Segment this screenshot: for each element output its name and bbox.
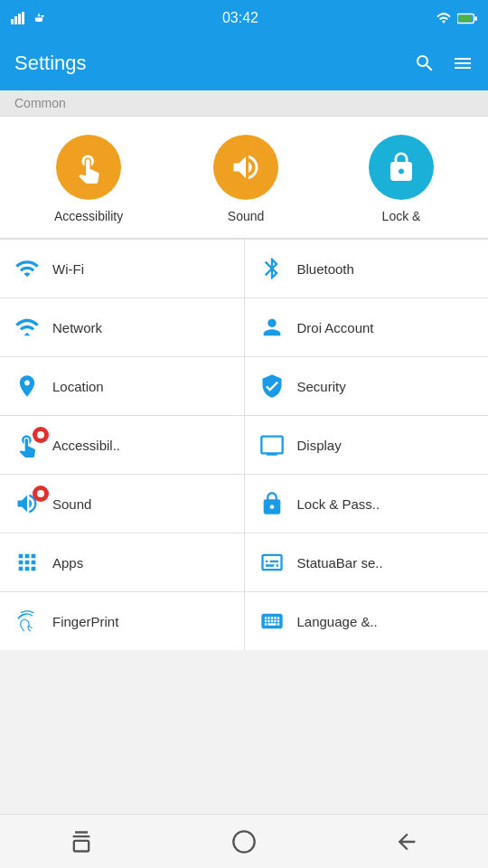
language-label: Language &..: [297, 614, 378, 629]
svg-rect-0: [11, 19, 14, 24]
display-label: Display: [297, 438, 342, 453]
settings-grid: Wi-Fi Bluetooth Network Droi Account Loc…: [0, 239, 488, 650]
badge-icon: [36, 430, 45, 439]
grid-item-location[interactable]: Location: [0, 357, 244, 415]
home-icon: [231, 829, 257, 854]
network-icon: [14, 315, 40, 340]
display-icon: [259, 432, 285, 458]
menu-icon[interactable]: [452, 52, 474, 74]
apps-icon: [14, 550, 40, 575]
svg-rect-6: [474, 16, 477, 21]
wifi-label: Wi-Fi: [52, 261, 84, 277]
statusbar-icon: [259, 550, 285, 575]
wifi-icon: [14, 256, 40, 281]
featured-sound[interactable]: Sound: [213, 135, 278, 223]
top-bar-icons: [414, 52, 474, 74]
keyboard-icon: [259, 609, 285, 634]
lock-circle: [369, 135, 434, 200]
svg-rect-5: [458, 14, 472, 21]
fingerprint-icon: [14, 609, 40, 634]
svg-rect-1: [14, 16, 17, 24]
bluetooth-label: Bluetooth: [297, 261, 354, 277]
featured-accessibility[interactable]: Accessibility: [54, 135, 123, 223]
nav-home[interactable]: [217, 815, 271, 869]
statusbar-label: StatuaBar se..: [297, 555, 383, 571]
featured-lock[interactable]: Lock &: [369, 135, 434, 223]
accessibility-circle: [56, 135, 121, 200]
search-icon[interactable]: [414, 52, 436, 74]
wifi-status-icon: [436, 12, 452, 24]
grid-item-bluetooth[interactable]: Bluetooth: [245, 240, 489, 297]
svg-point-9: [233, 831, 254, 852]
battery-icon: [457, 13, 477, 24]
status-bar: 03:42: [0, 0, 488, 36]
hand-icon: [72, 151, 105, 184]
accessibility-badge: [33, 427, 49, 443]
grid-item-apps[interactable]: Apps: [0, 533, 244, 591]
sound2-label: Sound: [52, 496, 91, 512]
usb-icon: [33, 12, 45, 24]
grid-item-language[interactable]: Language &..: [245, 592, 489, 650]
signal-icon: [11, 12, 27, 24]
grid-item-droi-account[interactable]: Droi Account: [245, 298, 489, 356]
grid-item-sound2[interactable]: Sound: [0, 475, 244, 533]
bluetooth-icon: [259, 256, 285, 281]
status-right-icons: [436, 12, 477, 24]
status-left-icons: [11, 12, 45, 24]
status-time: 03:42: [222, 10, 258, 26]
svg-point-8: [37, 490, 44, 497]
bottom-nav: [0, 814, 488, 868]
grid-item-security[interactable]: Security: [245, 357, 489, 415]
recent-icon: [69, 829, 94, 854]
apps-label: Apps: [52, 555, 83, 571]
featured-row: Accessibility Sound Lock &: [0, 117, 488, 239]
security-icon: [259, 373, 285, 399]
lock2-icon: [259, 491, 285, 516]
page-title: Settings: [14, 52, 87, 75]
lock-icon: [385, 151, 418, 184]
section-label: Common: [0, 90, 488, 117]
nav-recent[interactable]: [54, 815, 108, 869]
grid-item-accessibility2[interactable]: Accessibil..: [0, 416, 244, 474]
security-label: Security: [297, 379, 346, 394]
fingerprint-label: FingerPrint: [52, 614, 118, 629]
network-label: Network: [52, 320, 102, 335]
grid-item-display[interactable]: Display: [245, 416, 489, 474]
grid-item-network[interactable]: Network: [0, 298, 244, 356]
location-icon: [14, 373, 40, 399]
svg-rect-2: [18, 14, 21, 24]
top-bar: Settings: [0, 36, 488, 90]
accessibility2-label: Accessibil..: [52, 438, 120, 453]
lock-label: Lock &: [382, 209, 421, 223]
grid-item-wifi[interactable]: Wi-Fi: [0, 240, 244, 297]
droi-account-label: Droi Account: [297, 320, 374, 335]
grid-item-fingerprint[interactable]: FingerPrint: [0, 592, 244, 650]
sound-badge-icon: [36, 489, 45, 498]
sound-circle: [213, 135, 278, 200]
sound-label: Sound: [228, 209, 264, 223]
volume-icon: [230, 151, 262, 184]
back-icon: [394, 829, 419, 854]
grid-item-statusbar[interactable]: StatuaBar se..: [245, 533, 489, 591]
grid-item-lock-pass[interactable]: Lock & Pass..: [245, 475, 489, 533]
svg-rect-3: [22, 12, 24, 24]
location-label: Location: [52, 379, 104, 394]
account-icon: [259, 315, 285, 340]
sound-badge: [33, 486, 49, 502]
accessibility-label: Accessibility: [54, 209, 123, 223]
nav-back[interactable]: [380, 815, 434, 869]
svg-point-7: [37, 431, 44, 439]
lock-pass-label: Lock & Pass..: [297, 496, 380, 512]
